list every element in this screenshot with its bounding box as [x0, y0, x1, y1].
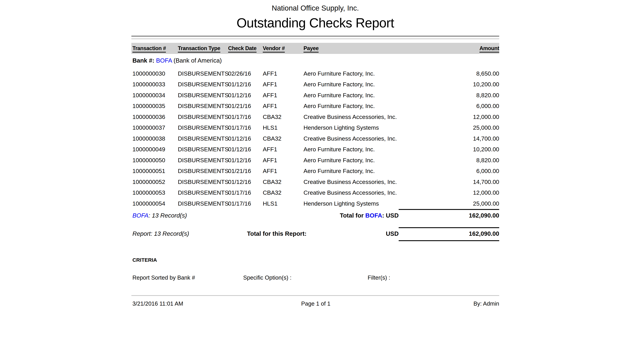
cell-transaction-number: 1000000052	[132, 179, 178, 185]
cell-transaction-type: DISBURSEMENTS	[178, 179, 228, 185]
cell-payee: Creative Business Accessories, Inc.	[304, 113, 399, 120]
cell-amount: 8,650.00	[399, 70, 499, 77]
column-header-transaction: Transaction #	[132, 45, 178, 52]
cell-transaction-number: 1000000037	[132, 124, 178, 131]
cell-check-date: 01/12/16	[228, 92, 263, 99]
table-row: 1000000037DISBURSEMENTS01/17/16HLS1Hende…	[131, 122, 499, 133]
column-header-type: Transaction Type	[178, 45, 228, 52]
page-title: Outstanding Checks Report	[131, 15, 499, 31]
report-total-underline	[399, 240, 499, 241]
cell-amount: 14,700.00	[399, 179, 499, 185]
report-total-label: Total for this Report:	[247, 230, 307, 237]
bank-total-code-left[interactable]: BOFA	[132, 212, 149, 219]
column-header-vendor: Vendor #	[263, 45, 304, 52]
company-title: National Office Supply, Inc.	[131, 4, 499, 12]
page-footer: 3/21/2016 11:01 AM Page 1 of 1 By: Admin	[131, 300, 499, 307]
cell-transaction-type: DISBURSEMENTS	[178, 146, 228, 153]
cell-check-date: 01/17/16	[228, 113, 263, 120]
criteria-heading: CRITERIA	[131, 257, 499, 263]
table-row: 1000000036DISBURSEMENTS01/17/16CBA32Crea…	[131, 111, 499, 122]
cell-amount: 10,200.00	[399, 146, 499, 153]
cell-vendor-number: CBA32	[263, 189, 304, 196]
cell-amount: 8,820.00	[399, 92, 499, 99]
cell-payee: Aero Furniture Factory, Inc.	[304, 168, 399, 174]
cell-amount: 12,000.00	[399, 113, 499, 120]
report-total-overline	[399, 227, 499, 228]
cell-amount: 25,000.00	[399, 124, 499, 131]
cell-payee: Creative Business Accessories, Inc.	[304, 189, 399, 196]
report-total-row: Report: 13 Record(s) Total for this Repo…	[131, 230, 499, 238]
cell-check-date: 02/26/16	[228, 70, 263, 77]
report-record-count: Report: 13 Record(s)	[132, 230, 247, 237]
cell-check-date: 01/12/16	[228, 146, 263, 153]
footer-datetime: 3/21/2016 11:01 AM	[132, 300, 253, 307]
table-row: 1000000033DISBURSEMENTS01/12/16AFF1Aero …	[131, 79, 499, 90]
cell-check-date: 01/17/16	[228, 200, 263, 207]
title-divider	[131, 36, 499, 39]
cell-vendor-number: CBA32	[263, 135, 304, 142]
cell-payee: Creative Business Accessories, Inc.	[304, 135, 399, 142]
table-row: 1000000053DISBURSEMENTS01/17/16CBA32Crea…	[131, 187, 499, 198]
cell-payee: Aero Furniture Factory, Inc.	[304, 103, 399, 109]
cell-transaction-type: DISBURSEMENTS	[178, 81, 228, 88]
bank-code-link[interactable]: BOFA	[156, 57, 172, 64]
cell-amount: 6,000.00	[399, 103, 499, 109]
cell-check-date: 01/12/16	[228, 157, 263, 164]
cell-transaction-type: DISBURSEMENTS	[178, 189, 228, 196]
bank-total-code[interactable]: BOFA	[365, 212, 382, 219]
cell-transaction-type: DISBURSEMENTS	[178, 157, 228, 164]
divider-rule-dark	[131, 36, 499, 37]
cell-transaction-number: 1000000053	[132, 189, 178, 196]
cell-amount: 6,000.00	[399, 168, 499, 174]
cell-transaction-type: DISBURSEMENTS	[178, 113, 228, 120]
criteria-specific-options: Specific Option(s) :	[243, 274, 368, 281]
cell-transaction-number: 1000000054	[132, 200, 178, 207]
cell-transaction-type: DISBURSEMENTS	[178, 135, 228, 142]
cell-amount: 25,000.00	[399, 200, 499, 207]
cell-check-date: 01/12/16	[228, 179, 263, 185]
cell-check-date: 01/17/16	[228, 124, 263, 131]
cell-transaction-number: 1000000033	[132, 81, 178, 88]
bank-total-amount: 162,090.00	[399, 212, 499, 219]
cell-vendor-number: AFF1	[263, 168, 304, 174]
cell-transaction-type: DISBURSEMENTS	[178, 103, 228, 109]
cell-vendor-number: AFF1	[263, 103, 304, 109]
cell-vendor-number: AFF1	[263, 81, 304, 88]
cell-payee: Aero Furniture Factory, Inc.	[304, 92, 399, 99]
cell-transaction-type: DISBURSEMENTS	[178, 200, 228, 207]
cell-vendor-number: CBA32	[263, 113, 304, 120]
cell-check-date: 01/21/16	[228, 168, 263, 174]
criteria-row: Report Sorted by Bank # Specific Option(…	[131, 274, 499, 281]
footer-divider	[131, 295, 499, 296]
footer-author: By: Admin	[378, 300, 499, 307]
bank-record-count: BOFA: 13 Record(s)	[132, 212, 187, 219]
cell-transaction-type: DISBURSEMENTS	[178, 168, 228, 174]
cell-amount: 8,820.00	[399, 157, 499, 164]
cell-transaction-type: DISBURSEMENTS	[178, 124, 228, 131]
cell-check-date: 01/17/16	[228, 189, 263, 196]
cell-transaction-type: DISBURSEMENTS	[178, 70, 228, 77]
cell-amount: 12,000.00	[399, 189, 499, 196]
bank-label: Bank #:	[132, 57, 154, 64]
cell-vendor-number: CBA32	[263, 179, 304, 185]
cell-vendor-number: AFF1	[263, 157, 304, 164]
cell-amount: 14,700.00	[399, 135, 499, 142]
cell-vendor-number: HLS1	[263, 200, 304, 207]
footer-page-number: Page 1 of 1	[253, 300, 378, 307]
column-header-payee: Payee	[304, 45, 399, 52]
cell-vendor-number: AFF1	[263, 146, 304, 153]
cell-payee: Creative Business Accessories, Inc.	[304, 179, 399, 185]
cell-transaction-number: 1000000049	[132, 146, 178, 153]
cell-amount: 10,200.00	[399, 81, 499, 88]
cell-payee: Aero Furniture Factory, Inc.	[304, 81, 399, 88]
cell-check-date: 01/12/16	[228, 135, 263, 142]
table-row: 1000000035DISBURSEMENTS01/21/16AFF1Aero …	[131, 101, 499, 112]
report-page: National Office Supply, Inc. Outstanding…	[131, 0, 499, 307]
cell-vendor-number: AFF1	[263, 92, 304, 99]
cell-payee: Henderson Lighting Systems	[304, 200, 399, 207]
cell-payee: Aero Furniture Factory, Inc.	[304, 146, 399, 153]
cell-payee: Aero Furniture Factory, Inc.	[304, 157, 399, 164]
criteria-filters: Filter(s) :	[368, 274, 499, 281]
cell-transaction-number: 1000000036	[132, 113, 178, 120]
cell-transaction-number: 1000000035	[132, 103, 178, 109]
